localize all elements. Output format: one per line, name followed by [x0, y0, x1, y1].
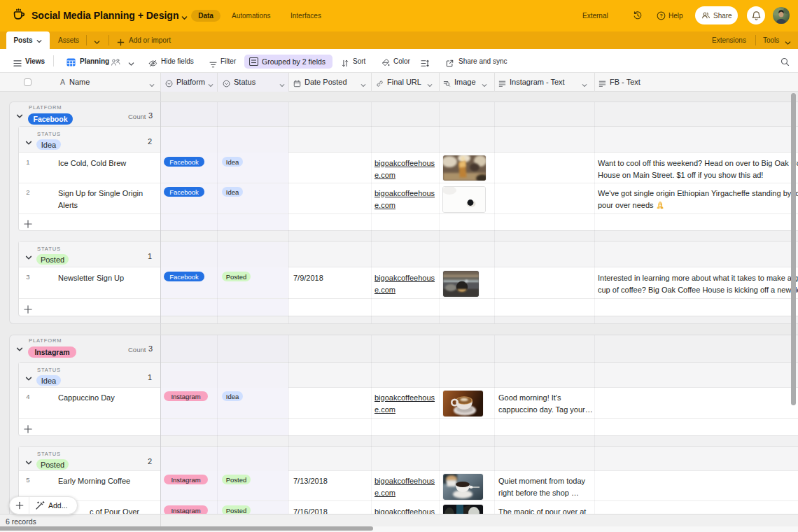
- svg-text:?: ?: [659, 13, 663, 19]
